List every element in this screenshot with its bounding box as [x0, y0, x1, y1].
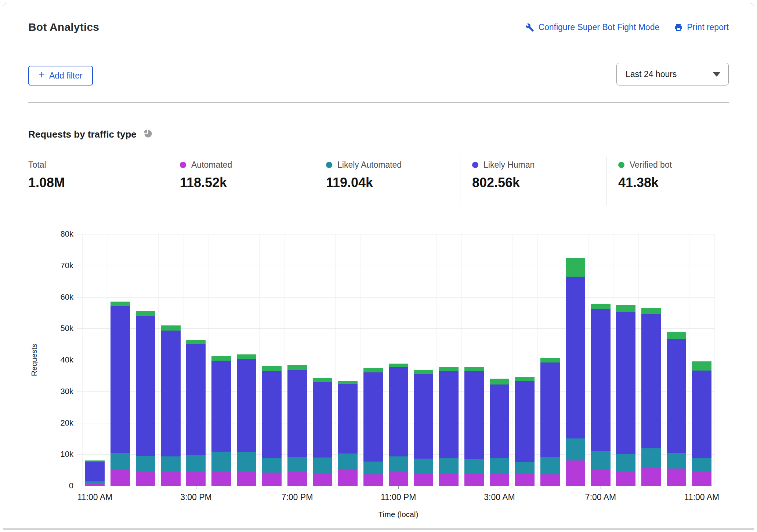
stat-total-label: Total: [28, 160, 46, 170]
chart-bar[interactable]: [515, 377, 535, 486]
chart-bar[interactable]: [363, 368, 383, 486]
configure-super-bot-fight-mode-link[interactable]: Configure Super Bot Fight Mode: [525, 22, 659, 32]
x-tick-label: 3:00 PM: [180, 492, 212, 502]
chart-plot: 010k20k30k40k50k60k70k80k11:00 AM3:00 PM…: [82, 234, 714, 486]
stat-automated[interactable]: Automated 118.52k: [168, 157, 314, 205]
bar-segment-likely-automated: [136, 456, 155, 471]
chart-bar[interactable]: [136, 311, 155, 486]
chart-bar[interactable]: [313, 378, 332, 486]
chart-bar[interactable]: [414, 370, 433, 486]
print-link-label: Print report: [687, 22, 729, 32]
bar-segment-likely-automated: [338, 453, 358, 470]
bar-segment-verified-bot: [287, 365, 307, 370]
x-tick-mark: [95, 486, 95, 489]
bar-segment-likely-human: [389, 367, 408, 457]
bar-segment-likely-human: [641, 314, 661, 448]
chart-bar[interactable]: [641, 308, 661, 486]
x-axis-title: Time (local): [378, 510, 419, 519]
x-axis-line: [77, 486, 714, 486]
x-tick-label: 7:00 AM: [585, 492, 616, 502]
bar-segment-automated: [439, 474, 459, 486]
bar-segment-verified-bot: [338, 381, 358, 384]
chart-bar[interactable]: [161, 325, 181, 486]
bar-segment-likely-human: [363, 372, 383, 462]
bar-segment-verified-bot: [262, 366, 282, 371]
y-tick-label: 30k: [44, 387, 73, 396]
bar-segment-verified-bot: [641, 308, 661, 314]
chart-bar[interactable]: [591, 304, 611, 486]
bar-segment-automated: [667, 469, 686, 486]
gridline-horizontal: [77, 297, 714, 298]
bar-segment-automated: [85, 483, 105, 486]
legend-stats-row: Total 1.08M Automated 118.52k Likely Aut…: [28, 157, 729, 205]
stat-total: Total 1.08M: [28, 157, 168, 205]
x-tick-mark: [196, 486, 196, 489]
chart-bar[interactable]: [616, 305, 635, 486]
chart-bar[interactable]: [389, 364, 408, 486]
chart-bar[interactable]: [540, 358, 560, 486]
chart-bar[interactable]: [237, 354, 256, 486]
stat-verified-bot[interactable]: Verified bot 41.38k: [606, 157, 672, 205]
chart-bar[interactable]: [186, 340, 206, 486]
bar-segment-likely-automated: [464, 459, 484, 473]
chart-bar[interactable]: [667, 332, 686, 486]
x-tick-mark: [398, 486, 399, 489]
bar-segment-likely-human: [85, 462, 105, 481]
bar-segment-automated: [540, 474, 560, 486]
bar-segment-likely-automated: [389, 456, 408, 471]
bar-segment-verified-bot: [515, 377, 535, 380]
bar-segment-automated: [262, 473, 282, 486]
bar-segment-automated: [566, 460, 585, 486]
chart-bar[interactable]: [111, 302, 130, 486]
verified-bot-legend-dot: [618, 162, 624, 168]
bar-segment-verified-bot: [692, 361, 711, 371]
bar-segment-verified-bot: [111, 302, 130, 306]
y-tick-label: 0: [44, 481, 73, 491]
stat-likely-automated-value: 119.04k: [326, 175, 460, 190]
y-tick-label: 50k: [44, 324, 73, 333]
y-tick-label: 10k: [44, 449, 73, 459]
chart-bar[interactable]: [338, 381, 358, 486]
chart-bar[interactable]: [287, 365, 307, 486]
y-axis-title: Requests: [30, 344, 39, 376]
time-range-value: Last 24 hours: [626, 69, 677, 79]
chart-bar[interactable]: [692, 361, 711, 486]
card-body: Requests by traffic type Total 1.08M Aut…: [3, 129, 754, 521]
bar-segment-automated: [338, 469, 358, 486]
page-title: Bot Analytics: [28, 21, 99, 33]
y-tick-label: 70k: [44, 261, 73, 270]
bar-segment-likely-human: [313, 382, 332, 458]
add-filter-button[interactable]: + Add filter: [28, 66, 93, 85]
chart-bar[interactable]: [262, 366, 282, 486]
print-report-link[interactable]: Print report: [674, 22, 729, 32]
add-filter-label: Add filter: [49, 71, 83, 81]
bar-segment-likely-human: [464, 371, 484, 459]
y-tick-label: 40k: [44, 355, 73, 365]
bar-segment-likely-human: [237, 359, 256, 452]
stat-likely-human-label: Likely Human: [483, 160, 535, 170]
bar-segment-automated: [186, 471, 206, 486]
chart-bar[interactable]: [490, 379, 509, 486]
x-tick-label: 11:00 PM: [381, 492, 416, 502]
header-divider: [28, 102, 729, 103]
bar-segment-automated: [591, 469, 611, 486]
bar-segment-automated: [237, 471, 256, 486]
bar-segment-likely-human: [616, 312, 635, 454]
bar-segment-automated: [313, 473, 332, 486]
chart-bar[interactable]: [439, 367, 459, 486]
chart-bar[interactable]: [566, 258, 585, 486]
time-range-select[interactable]: Last 24 hours: [616, 63, 729, 85]
bar-segment-verified-bot: [616, 305, 635, 312]
stat-likely-human[interactable]: Likely Human 802.56k: [460, 157, 606, 205]
x-tick-label: 3:00 AM: [484, 492, 515, 502]
chart-bar[interactable]: [211, 356, 231, 486]
bar-segment-likely-human: [111, 306, 130, 453]
bar-segment-likely-human: [591, 309, 611, 451]
chart-bar[interactable]: [85, 460, 105, 486]
stat-verified-bot-label: Verified bot: [630, 160, 672, 170]
x-tick-mark: [601, 486, 601, 489]
bar-segment-verified-bot: [237, 354, 256, 360]
stat-likely-automated[interactable]: Likely Automated 119.04k: [314, 157, 460, 205]
bar-segment-automated: [464, 474, 484, 486]
chart-bar[interactable]: [464, 367, 484, 486]
